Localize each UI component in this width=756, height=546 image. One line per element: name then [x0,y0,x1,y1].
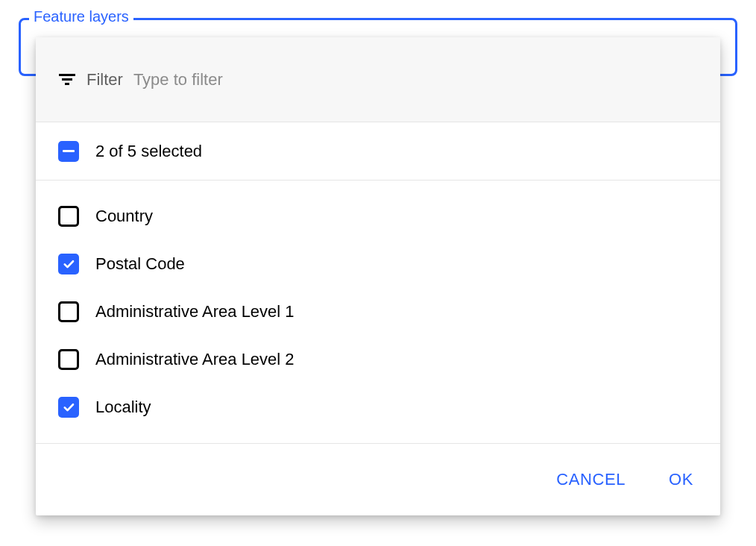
checkbox-unchecked[interactable] [58,206,79,227]
option-row[interactable]: Locality [36,383,720,431]
option-row[interactable]: Administrative Area Level 1 [36,288,720,336]
cancel-button[interactable]: CANCEL [552,462,630,497]
option-row[interactable]: Country [36,192,720,240]
filter-input[interactable] [133,70,698,90]
filter-label: Filter [86,70,123,90]
option-label: Administrative Area Level 2 [95,350,294,369]
option-label: Locality [95,398,151,417]
checkbox-unchecked[interactable] [58,349,79,370]
option-row[interactable]: Postal Code [36,240,720,288]
options-list: CountryPostal CodeAdministrative Area Le… [36,181,720,444]
indeterminate-checkbox[interactable] [58,141,79,162]
feature-layers-dropdown: Filter 2 of 5 selected CountryPostal Cod… [36,37,720,515]
checkbox-checked[interactable] [58,397,79,418]
minus-icon [63,150,75,152]
dialog-actions: CANCEL OK [36,444,720,515]
field-legend: Feature layers [29,8,133,25]
checkbox-checked[interactable] [58,254,79,274]
option-label: Country [95,207,153,226]
option-label: Postal Code [95,254,185,274]
check-icon [62,257,75,271]
ok-button[interactable]: OK [664,462,698,497]
selection-summary-text: 2 of 5 selected [95,142,202,161]
filter-bar: Filter [36,37,720,122]
selection-summary-row[interactable]: 2 of 5 selected [36,122,720,181]
checkbox-unchecked[interactable] [58,301,79,322]
option-label: Administrative Area Level 1 [95,302,294,321]
check-icon [62,401,75,414]
option-row[interactable]: Administrative Area Level 2 [36,336,720,383]
filter-icon [58,73,76,87]
